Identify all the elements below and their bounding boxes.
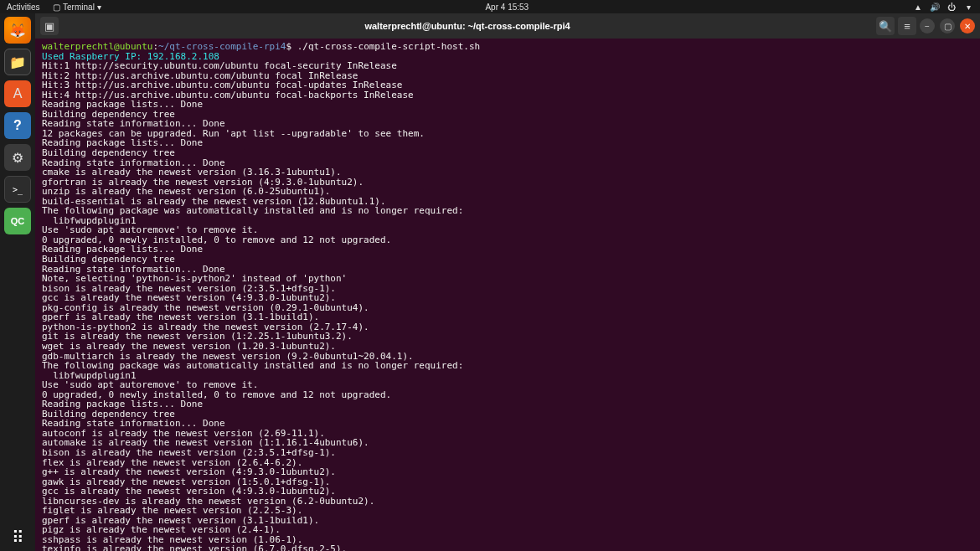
software-icon[interactable]: A xyxy=(4,80,31,107)
apps-grid-icon[interactable]: ⠿ xyxy=(4,524,31,551)
maximize-button[interactable]: ▢ xyxy=(940,18,955,33)
settings-icon[interactable]: ⚙ xyxy=(4,144,31,171)
clock[interactable]: Apr 4 15:53 xyxy=(101,3,913,12)
network-icon[interactable]: ▲ xyxy=(913,2,923,12)
files-icon[interactable]: 📁 xyxy=(4,49,31,75)
minimize-button[interactable]: − xyxy=(920,18,935,33)
window-title: walterprechtl@ubuntu: ~/qt-cross-compile… xyxy=(62,21,873,31)
new-tab-button[interactable]: ▣ xyxy=(40,17,59,35)
search-button[interactable]: 🔍 xyxy=(876,17,895,35)
chevron-down-icon[interactable]: ▾ xyxy=(963,2,973,12)
firefox-icon[interactable]: 🦊 xyxy=(4,17,31,44)
qtcreator-icon[interactable]: QC xyxy=(4,208,31,234)
power-icon[interactable]: ⏻ xyxy=(946,2,957,12)
dock: 🦊 📁 A ? ⚙ QC ⠿ xyxy=(0,13,35,551)
hamburger-menu[interactable]: ≡ xyxy=(898,17,916,35)
help-icon[interactable]: ? xyxy=(4,112,31,139)
output-lines: Hit:1 http://security.ubuntu.com/ubuntu … xyxy=(42,60,463,551)
close-button[interactable]: ✕ xyxy=(960,18,975,33)
terminal-output[interactable]: walterprechtl@ubuntu:~/qt-cross-compile-… xyxy=(35,39,980,551)
activities-button[interactable]: Activities xyxy=(7,3,39,12)
volume-icon[interactable]: 🔊 xyxy=(930,2,940,12)
command: ./qt-cross-compile-script-host.sh xyxy=(297,41,481,52)
terminal-menu[interactable]: ▢ Terminal ▾ xyxy=(53,3,101,12)
terminal-dock-icon[interactable] xyxy=(4,176,31,203)
titlebar: ▣ walterprechtl@ubuntu: ~/qt-cross-compi… xyxy=(35,13,980,39)
